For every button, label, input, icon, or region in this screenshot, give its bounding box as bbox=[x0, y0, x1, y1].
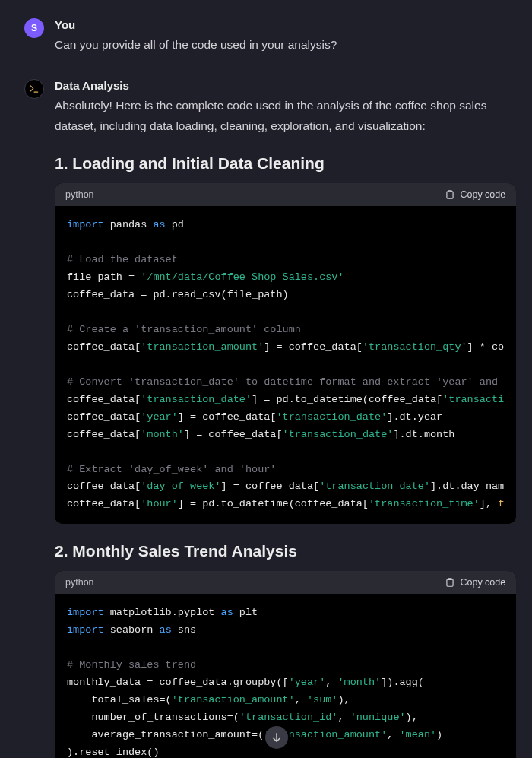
terminal-icon bbox=[29, 84, 40, 94]
section2-heading: 2. Monthly Sales Trend Analysis bbox=[55, 542, 516, 560]
code-header-1: python Copy code bbox=[55, 183, 516, 206]
user-message: S You Can you provide all of the code us… bbox=[24, 18, 508, 55]
user-avatar: S bbox=[24, 18, 44, 38]
copy-label-1: Copy code bbox=[460, 189, 505, 200]
assistant-sender-label: Data Analysis bbox=[55, 79, 516, 92]
assistant-content: Data Analysis Absolutely! Here is the co… bbox=[55, 79, 516, 758]
clipboard-icon bbox=[445, 189, 455, 200]
svg-rect-3 bbox=[447, 579, 453, 586]
code-lang-1: python bbox=[65, 189, 94, 200]
assistant-message: Data Analysis Absolutely! Here is the co… bbox=[24, 79, 508, 758]
copy-button-1[interactable]: Copy code bbox=[445, 189, 505, 200]
copy-label-2: Copy code bbox=[460, 577, 505, 588]
code-lang-2: python bbox=[65, 577, 94, 588]
chevron-down-icon bbox=[271, 731, 283, 744]
code-block-1: python Copy code import pandas as pd # L… bbox=[55, 183, 516, 524]
assistant-avatar bbox=[24, 79, 44, 99]
code-header-2: python Copy code bbox=[55, 571, 516, 594]
user-sender-label: You bbox=[55, 18, 508, 31]
code-body-1[interactable]: import pandas as pd # Load the dataset f… bbox=[55, 206, 516, 524]
clipboard-icon bbox=[445, 577, 455, 588]
scroll-down-button[interactable] bbox=[265, 726, 288, 749]
copy-button-2[interactable]: Copy code bbox=[445, 577, 505, 588]
svg-rect-1 bbox=[447, 192, 453, 198]
section1-heading: 1. Loading and Initial Data Cleaning bbox=[55, 154, 516, 173]
avatar-initial: S bbox=[31, 23, 37, 33]
user-text: Can you provide all of the code used in … bbox=[55, 34, 508, 55]
user-content: You Can you provide all of the code used… bbox=[55, 18, 508, 55]
assistant-intro: Absolutely! Here is the complete code us… bbox=[55, 95, 516, 136]
